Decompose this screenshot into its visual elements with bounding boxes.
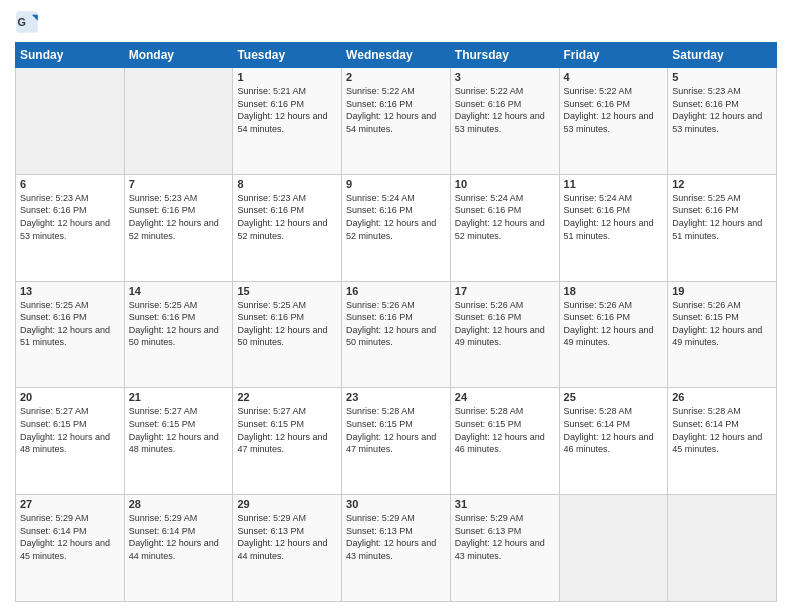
header: G	[15, 10, 777, 34]
calendar-cell: 24Sunrise: 5:28 AM Sunset: 6:15 PM Dayli…	[450, 388, 559, 495]
calendar-cell: 19Sunrise: 5:26 AM Sunset: 6:15 PM Dayli…	[668, 281, 777, 388]
calendar-cell: 29Sunrise: 5:29 AM Sunset: 6:13 PM Dayli…	[233, 495, 342, 602]
calendar-cell: 8Sunrise: 5:23 AM Sunset: 6:16 PM Daylig…	[233, 174, 342, 281]
day-number: 8	[237, 178, 337, 190]
day-info: Sunrise: 5:27 AM Sunset: 6:15 PM Dayligh…	[237, 405, 337, 455]
day-info: Sunrise: 5:22 AM Sunset: 6:16 PM Dayligh…	[455, 85, 555, 135]
calendar-cell: 4Sunrise: 5:22 AM Sunset: 6:16 PM Daylig…	[559, 68, 668, 175]
week-row-1: 1Sunrise: 5:21 AM Sunset: 6:16 PM Daylig…	[16, 68, 777, 175]
calendar-cell: 28Sunrise: 5:29 AM Sunset: 6:14 PM Dayli…	[124, 495, 233, 602]
svg-text:G: G	[17, 16, 25, 28]
day-info: Sunrise: 5:28 AM Sunset: 6:15 PM Dayligh…	[346, 405, 446, 455]
calendar-cell: 31Sunrise: 5:29 AM Sunset: 6:13 PM Dayli…	[450, 495, 559, 602]
weekday-header-thursday: Thursday	[450, 43, 559, 68]
calendar-table: SundayMondayTuesdayWednesdayThursdayFrid…	[15, 42, 777, 602]
logo: G	[15, 10, 43, 34]
day-number: 3	[455, 71, 555, 83]
day-info: Sunrise: 5:24 AM Sunset: 6:16 PM Dayligh…	[564, 192, 664, 242]
day-number: 26	[672, 391, 772, 403]
day-info: Sunrise: 5:26 AM Sunset: 6:16 PM Dayligh…	[346, 299, 446, 349]
day-number: 21	[129, 391, 229, 403]
day-info: Sunrise: 5:28 AM Sunset: 6:15 PM Dayligh…	[455, 405, 555, 455]
day-info: Sunrise: 5:29 AM Sunset: 6:13 PM Dayligh…	[455, 512, 555, 562]
day-number: 28	[129, 498, 229, 510]
calendar-cell: 10Sunrise: 5:24 AM Sunset: 6:16 PM Dayli…	[450, 174, 559, 281]
calendar-cell: 12Sunrise: 5:25 AM Sunset: 6:16 PM Dayli…	[668, 174, 777, 281]
calendar-cell: 11Sunrise: 5:24 AM Sunset: 6:16 PM Dayli…	[559, 174, 668, 281]
calendar-cell: 15Sunrise: 5:25 AM Sunset: 6:16 PM Dayli…	[233, 281, 342, 388]
calendar-cell: 13Sunrise: 5:25 AM Sunset: 6:16 PM Dayli…	[16, 281, 125, 388]
day-info: Sunrise: 5:27 AM Sunset: 6:15 PM Dayligh…	[129, 405, 229, 455]
day-info: Sunrise: 5:22 AM Sunset: 6:16 PM Dayligh…	[346, 85, 446, 135]
day-info: Sunrise: 5:23 AM Sunset: 6:16 PM Dayligh…	[237, 192, 337, 242]
day-number: 5	[672, 71, 772, 83]
weekday-header-tuesday: Tuesday	[233, 43, 342, 68]
calendar-cell	[124, 68, 233, 175]
day-info: Sunrise: 5:26 AM Sunset: 6:16 PM Dayligh…	[564, 299, 664, 349]
page: G SundayMondayTuesdayWednesdayThursdayFr…	[0, 0, 792, 612]
day-number: 14	[129, 285, 229, 297]
calendar-cell: 22Sunrise: 5:27 AM Sunset: 6:15 PM Dayli…	[233, 388, 342, 495]
day-number: 30	[346, 498, 446, 510]
day-info: Sunrise: 5:29 AM Sunset: 6:14 PM Dayligh…	[20, 512, 120, 562]
calendar-cell: 6Sunrise: 5:23 AM Sunset: 6:16 PM Daylig…	[16, 174, 125, 281]
calendar-cell: 5Sunrise: 5:23 AM Sunset: 6:16 PM Daylig…	[668, 68, 777, 175]
day-info: Sunrise: 5:26 AM Sunset: 6:15 PM Dayligh…	[672, 299, 772, 349]
calendar-cell: 14Sunrise: 5:25 AM Sunset: 6:16 PM Dayli…	[124, 281, 233, 388]
day-number: 24	[455, 391, 555, 403]
calendar-cell: 20Sunrise: 5:27 AM Sunset: 6:15 PM Dayli…	[16, 388, 125, 495]
day-number: 10	[455, 178, 555, 190]
calendar-cell: 9Sunrise: 5:24 AM Sunset: 6:16 PM Daylig…	[342, 174, 451, 281]
day-number: 17	[455, 285, 555, 297]
day-number: 1	[237, 71, 337, 83]
day-number: 12	[672, 178, 772, 190]
day-info: Sunrise: 5:25 AM Sunset: 6:16 PM Dayligh…	[129, 299, 229, 349]
day-number: 2	[346, 71, 446, 83]
weekday-row: SundayMondayTuesdayWednesdayThursdayFrid…	[16, 43, 777, 68]
calendar-cell	[16, 68, 125, 175]
day-info: Sunrise: 5:26 AM Sunset: 6:16 PM Dayligh…	[455, 299, 555, 349]
calendar-header: SundayMondayTuesdayWednesdayThursdayFrid…	[16, 43, 777, 68]
day-info: Sunrise: 5:22 AM Sunset: 6:16 PM Dayligh…	[564, 85, 664, 135]
day-info: Sunrise: 5:29 AM Sunset: 6:13 PM Dayligh…	[237, 512, 337, 562]
weekday-header-wednesday: Wednesday	[342, 43, 451, 68]
calendar-cell	[559, 495, 668, 602]
calendar-cell: 30Sunrise: 5:29 AM Sunset: 6:13 PM Dayli…	[342, 495, 451, 602]
day-number: 6	[20, 178, 120, 190]
weekday-header-sunday: Sunday	[16, 43, 125, 68]
day-info: Sunrise: 5:28 AM Sunset: 6:14 PM Dayligh…	[672, 405, 772, 455]
day-info: Sunrise: 5:24 AM Sunset: 6:16 PM Dayligh…	[455, 192, 555, 242]
weekday-header-friday: Friday	[559, 43, 668, 68]
day-number: 7	[129, 178, 229, 190]
day-info: Sunrise: 5:25 AM Sunset: 6:16 PM Dayligh…	[20, 299, 120, 349]
week-row-3: 13Sunrise: 5:25 AM Sunset: 6:16 PM Dayli…	[16, 281, 777, 388]
weekday-header-saturday: Saturday	[668, 43, 777, 68]
week-row-2: 6Sunrise: 5:23 AM Sunset: 6:16 PM Daylig…	[16, 174, 777, 281]
day-info: Sunrise: 5:29 AM Sunset: 6:14 PM Dayligh…	[129, 512, 229, 562]
calendar-cell: 25Sunrise: 5:28 AM Sunset: 6:14 PM Dayli…	[559, 388, 668, 495]
calendar-body: 1Sunrise: 5:21 AM Sunset: 6:16 PM Daylig…	[16, 68, 777, 602]
day-number: 22	[237, 391, 337, 403]
calendar-cell: 18Sunrise: 5:26 AM Sunset: 6:16 PM Dayli…	[559, 281, 668, 388]
calendar-cell: 26Sunrise: 5:28 AM Sunset: 6:14 PM Dayli…	[668, 388, 777, 495]
calendar-cell: 17Sunrise: 5:26 AM Sunset: 6:16 PM Dayli…	[450, 281, 559, 388]
day-number: 19	[672, 285, 772, 297]
day-number: 11	[564, 178, 664, 190]
day-info: Sunrise: 5:21 AM Sunset: 6:16 PM Dayligh…	[237, 85, 337, 135]
general-blue-logo-icon: G	[15, 10, 39, 34]
day-info: Sunrise: 5:25 AM Sunset: 6:16 PM Dayligh…	[672, 192, 772, 242]
calendar-cell: 16Sunrise: 5:26 AM Sunset: 6:16 PM Dayli…	[342, 281, 451, 388]
day-number: 23	[346, 391, 446, 403]
day-number: 18	[564, 285, 664, 297]
day-number: 4	[564, 71, 664, 83]
calendar-cell: 23Sunrise: 5:28 AM Sunset: 6:15 PM Dayli…	[342, 388, 451, 495]
calendar-cell: 21Sunrise: 5:27 AM Sunset: 6:15 PM Dayli…	[124, 388, 233, 495]
day-number: 25	[564, 391, 664, 403]
day-number: 9	[346, 178, 446, 190]
day-number: 15	[237, 285, 337, 297]
calendar-cell: 3Sunrise: 5:22 AM Sunset: 6:16 PM Daylig…	[450, 68, 559, 175]
calendar-cell: 1Sunrise: 5:21 AM Sunset: 6:16 PM Daylig…	[233, 68, 342, 175]
day-info: Sunrise: 5:25 AM Sunset: 6:16 PM Dayligh…	[237, 299, 337, 349]
week-row-5: 27Sunrise: 5:29 AM Sunset: 6:14 PM Dayli…	[16, 495, 777, 602]
day-info: Sunrise: 5:23 AM Sunset: 6:16 PM Dayligh…	[672, 85, 772, 135]
